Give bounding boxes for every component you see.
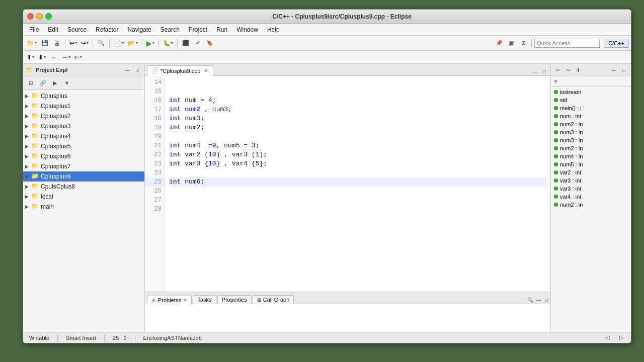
tb2-next-dropdown[interactable]: ⬇ ▾ bbox=[37, 52, 47, 63]
pin-btn[interactable]: 📌 bbox=[494, 38, 505, 49]
menu-run[interactable]: Run bbox=[212, 25, 231, 34]
debug-dropdown[interactable]: 🐛 ▾ bbox=[162, 38, 175, 49]
tb2-prevfile-btn[interactable]: ← bbox=[48, 52, 59, 63]
back-dropdown[interactable]: ↩ ▾ bbox=[68, 38, 78, 49]
tb2-nextfile-dropdown[interactable]: → ▾ bbox=[60, 52, 72, 63]
sidebar-maximize-btn[interactable]: □ bbox=[133, 66, 141, 74]
outline-item-num3b[interactable]: num3 : in bbox=[551, 136, 631, 144]
outline-label-num2c: num2 : in bbox=[560, 202, 583, 208]
sidebar-item-cplusplus6[interactable]: ▶ 📁 Cplusplus6 bbox=[23, 151, 144, 161]
project-icon-cplusplus6: 📁 bbox=[31, 152, 39, 160]
outline-item-num2c[interactable]: num2 : in bbox=[551, 201, 631, 209]
sidebar-minimize-btn[interactable]: — bbox=[123, 66, 131, 74]
link-editor-btn[interactable]: 🔗 bbox=[37, 77, 48, 88]
sidebar-item-cplusplus5[interactable]: ▶ 📁 Cplusplus5 bbox=[23, 141, 144, 151]
outline-up-btn[interactable]: ⬆ bbox=[574, 66, 582, 74]
menu-window[interactable]: Window bbox=[232, 25, 262, 34]
new2-dropdown[interactable]: 📄 ▾ bbox=[112, 38, 125, 49]
problems-close-btn[interactable]: ✕ bbox=[183, 298, 187, 303]
tasks-btn[interactable]: ✔ bbox=[192, 38, 203, 49]
menu-edit[interactable]: Edit bbox=[44, 25, 62, 34]
outline-dot-num3b bbox=[554, 138, 558, 142]
tb2-lastloc-dropdown[interactable]: ⇐ ▾ bbox=[73, 52, 84, 63]
minimize-button[interactable] bbox=[36, 13, 43, 20]
code-line-14 bbox=[169, 78, 546, 87]
outline-label-var3: var3 : int bbox=[560, 177, 581, 184]
outline-item-num2b[interactable]: num2 : in bbox=[551, 144, 631, 152]
status-btn1[interactable]: ◁ bbox=[602, 332, 613, 343]
sidebar-item-local[interactable]: ▶ 📁 local bbox=[23, 192, 144, 202]
outline-item-iostream[interactable]: iostream bbox=[551, 88, 631, 96]
outline-item-num2[interactable]: num2 : in bbox=[551, 120, 631, 128]
outline-item-var3[interactable]: var3 : int bbox=[551, 176, 631, 185]
close-button[interactable] bbox=[27, 13, 34, 20]
outline-item-var2[interactable]: var2 : int bbox=[551, 168, 631, 176]
sidebar-item-cplusplus9[interactable]: ▶ 📁 Cplusplus9 bbox=[23, 171, 144, 182]
save-btn[interactable]: 💾 bbox=[39, 38, 50, 49]
editor-min-btn[interactable]: — bbox=[531, 67, 539, 75]
print-btn[interactable]: 🖨 bbox=[51, 38, 62, 49]
code-line-25: int num6; bbox=[169, 177, 546, 187]
sidebar-item-cpulscplus8[interactable]: ▶ 📁 CpulsCplus8 bbox=[23, 182, 144, 192]
menu-search[interactable]: Search bbox=[156, 25, 184, 34]
code-editor[interactable]: int num = 4; int num2 , num3; int num3; … bbox=[165, 76, 550, 292]
search-btn[interactable]: 🔍 bbox=[96, 38, 107, 49]
tab-cplusplus9[interactable]: 📄 *Cplusplus9.cpp ✕ bbox=[147, 65, 213, 76]
outline-collapse-btn[interactable]: ▼ bbox=[551, 76, 631, 87]
menu-help[interactable]: Help bbox=[263, 25, 284, 34]
sidebar-item-cplusplus[interactable]: ▶ 📁 Cplusplus bbox=[23, 91, 144, 101]
perspective-btn[interactable]: C/C++ bbox=[604, 39, 629, 48]
editor-max-btn[interactable]: □ bbox=[540, 67, 548, 75]
outline-item-num4[interactable]: num4 : in bbox=[551, 152, 631, 160]
outline-item-num[interactable]: num : int bbox=[551, 112, 631, 120]
outline-min-btn[interactable]: — bbox=[610, 66, 618, 74]
bottom-tab-callgraph-label: Call Graph bbox=[263, 297, 290, 303]
outline-max-btn[interactable]: □ bbox=[620, 66, 628, 74]
forward-dropdown[interactable]: ↪ ▾ bbox=[79, 38, 90, 49]
sidebar-item-cplusplus2[interactable]: ▶ 📁 Cplusplus2 bbox=[23, 111, 144, 121]
outline-back-btn[interactable]: ↩ bbox=[554, 66, 562, 74]
menu-navigate[interactable]: Navigate bbox=[123, 25, 155, 34]
outline-item-var3b[interactable]: var3 : int bbox=[551, 185, 631, 193]
sidebar-item-cplusplus3[interactable]: ▶ 📁 Cplusplus3 bbox=[23, 121, 144, 131]
outline-item-num3[interactable]: num3 : in bbox=[551, 128, 631, 136]
bottom-panel-min-btn[interactable]: — bbox=[534, 296, 542, 304]
sidebar-tb-btn4[interactable]: ▼ bbox=[61, 77, 72, 88]
menu-file[interactable]: File bbox=[25, 25, 43, 34]
tab-close-btn[interactable]: ✕ bbox=[203, 68, 209, 73]
outline-fwd-btn[interactable]: ↪ bbox=[564, 66, 572, 74]
tb2-prev-dropdown[interactable]: ⬆ ▾ bbox=[25, 52, 36, 63]
outline-item-main[interactable]: main() : i bbox=[551, 104, 631, 112]
editor-content: 14 15 16 17 18 19 20 21 22 23 24 25 26 2… bbox=[145, 76, 550, 292]
collapse-all-btn[interactable]: ⊟ bbox=[25, 77, 36, 88]
bottom-panel-search-btn[interactable]: 🔍 bbox=[526, 296, 534, 304]
maximize-button[interactable] bbox=[45, 13, 52, 20]
sidebar-tb-btn3[interactable]: ▶ bbox=[49, 77, 60, 88]
menu-refactor[interactable]: Refactor bbox=[92, 25, 122, 34]
console-btn[interactable]: ⬛ bbox=[180, 38, 191, 49]
menu-source[interactable]: Source bbox=[63, 25, 91, 34]
status-btn2[interactable]: ▷ bbox=[616, 332, 627, 343]
bottom-panel-max-btn[interactable]: □ bbox=[542, 296, 550, 304]
outline-item-std[interactable]: std bbox=[551, 96, 631, 104]
bottom-tab-callgraph[interactable]: ⊞ Call Graph bbox=[253, 295, 294, 304]
run-dropdown[interactable]: ▶ ▾ bbox=[145, 38, 156, 49]
project-tree: ▶ 📁 Cplusplus ▶ 📁 Cplusplus1 ▶ 📁 Cpluspl… bbox=[23, 90, 144, 332]
sidebar-item-cplusplus4[interactable]: ▶ 📁 Cplusplus4 bbox=[23, 131, 144, 141]
menubar: File Edit Source Refactor Navigate Searc… bbox=[23, 24, 631, 36]
tb-btn3[interactable]: ⊞ bbox=[518, 38, 529, 49]
open-dropdown[interactable]: 📂 ▾ bbox=[126, 38, 139, 49]
quickaccess-input[interactable] bbox=[534, 39, 600, 48]
outline-item-var4[interactable]: var4 : int bbox=[551, 193, 631, 201]
bottom-tab-problems[interactable]: ⚠ Problems ✕ bbox=[147, 296, 192, 304]
bottom-tab-tasks[interactable]: Tasks bbox=[193, 295, 216, 304]
sidebar-item-cplusplus7[interactable]: ▶ 📁 Cplusplus7 bbox=[23, 161, 144, 171]
sidebar-item-main[interactable]: ▶ 📁 main bbox=[23, 202, 144, 212]
tb-btn2[interactable]: ▣ bbox=[506, 38, 517, 49]
sidebar-item-cplusplus1[interactable]: ▶ 📁 Cplusplus1 bbox=[23, 101, 144, 111]
new-dropdown[interactable]: 📁 ▾ bbox=[25, 38, 38, 49]
outline-item-num5[interactable]: num5 : in bbox=[551, 160, 631, 168]
bottom-tab-properties[interactable]: Properties bbox=[217, 295, 252, 304]
menu-project[interactable]: Project bbox=[185, 25, 211, 34]
bookmarks-btn[interactable]: 🔖 bbox=[204, 38, 215, 49]
